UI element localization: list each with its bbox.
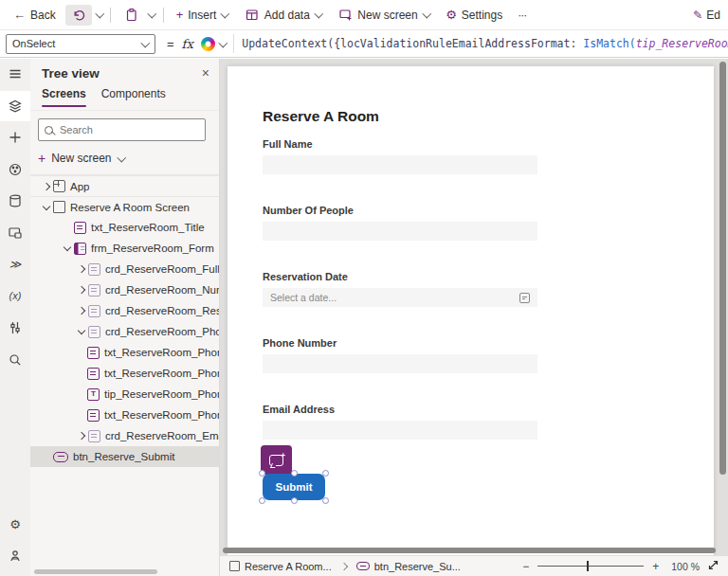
zoom-slider[interactable] (537, 566, 644, 567)
tree-item[interactable]: txt_ReserveRoom_Title (30, 217, 219, 238)
advanced-tools-icon[interactable] (0, 313, 30, 343)
tree-view-icon[interactable] (0, 91, 30, 121)
new-screen-button[interactable]: New screen (332, 5, 436, 26)
paste-button[interactable] (118, 5, 144, 26)
tree-item-label: txt_ReserveRoom_Title (91, 222, 205, 233)
insert-button[interactable]: + Insert (171, 6, 235, 25)
tree-chevron-icon[interactable] (75, 287, 88, 293)
screen-icon (53, 201, 65, 213)
copilot-chevron-icon[interactable] (218, 38, 227, 46)
tree-item[interactable]: T tip_ReserveRoom_PhoneNumber (30, 384, 219, 405)
field-input[interactable] (263, 354, 537, 373)
tree-item[interactable]: crd_ReserveRoom_NumberOfPeople (30, 279, 219, 300)
fit-to-window-icon[interactable] (708, 560, 719, 572)
tree-horizontal-scrollbar[interactable] (34, 569, 157, 574)
tree-item[interactable]: txt_ReserveRoom_PhoneNumber (30, 405, 219, 425)
tree-chevron-icon[interactable] (61, 246, 74, 250)
tree-item-label: crd_ReserveRoom_EmailAddress (105, 430, 219, 441)
tab-screens[interactable]: Screens (42, 87, 86, 110)
search-input[interactable] (58, 123, 199, 136)
field-input[interactable] (263, 222, 537, 241)
tree-item[interactable]: btn_Reserve_Submit (30, 446, 219, 467)
tree-item[interactable]: txt_ReserveRoom_PhoneNumber (30, 363, 219, 384)
breadcrumb-screen[interactable]: Reserve A Room... (229, 561, 332, 572)
tree-chevron-icon[interactable] (40, 184, 53, 189)
top-toolbar: ← Back + Insert Add data New screen ⚙ Se… (0, 0, 728, 30)
tree-item[interactable]: frm_ReserveRoom_Form (30, 238, 219, 259)
app-screen[interactable]: Reserve A Room Full Name Number Of Peopl… (228, 66, 714, 555)
property-selector[interactable]: OnSelect (6, 34, 155, 54)
tree-chevron-icon[interactable] (75, 266, 88, 272)
tree-item[interactable]: txt_ReserveRoom_PhoneNumber (30, 342, 219, 363)
screens-icon[interactable] (0, 218, 30, 248)
add-data-button[interactable]: Add data (239, 5, 329, 26)
tree-search[interactable] (38, 118, 206, 141)
tree-item[interactable]: App (30, 175, 219, 196)
back-arrow-icon: ← (13, 8, 26, 22)
new-screen-chevron-icon (422, 9, 430, 18)
resize-handle[interactable] (291, 497, 298, 504)
undo-button[interactable] (65, 5, 92, 26)
calendar-icon[interactable] (519, 293, 530, 303)
submit-button[interactable]: Submit (263, 474, 325, 500)
field-input[interactable] (263, 155, 537, 174)
edit-button[interactable]: ✎ Ed (693, 9, 720, 22)
zoom-slider-thumb[interactable] (587, 561, 590, 571)
pencil-icon: ✎ (693, 9, 702, 22)
menu-icon[interactable] (0, 59, 30, 89)
resize-handle[interactable] (322, 470, 329, 477)
new-screen-dropdown[interactable]: + New screen (30, 148, 219, 169)
zoom-out-button[interactable]: − (522, 560, 529, 573)
screen-title[interactable]: Reserve A Room (263, 108, 537, 125)
add-comment-button[interactable]: + (261, 445, 292, 475)
variables-icon[interactable]: (x) (0, 281, 30, 312)
add-comment-icon: + (269, 455, 283, 466)
power-automate-icon[interactable]: ≫ (0, 249, 30, 279)
back-button[interactable]: ← Back (8, 5, 62, 25)
resize-handle[interactable] (259, 497, 265, 504)
rail-settings-icon[interactable]: ⚙ (0, 509, 30, 539)
tree-item[interactable]: crd_ReserveRoom_EmailAddress (30, 425, 219, 446)
field-input[interactable] (263, 421, 537, 440)
tree-chevron-icon[interactable] (75, 330, 88, 333)
tree-chevron-icon[interactable] (75, 433, 88, 439)
button-icon (356, 562, 370, 570)
tab-components[interactable]: Components (101, 87, 166, 110)
tree-chevron-icon[interactable] (40, 206, 53, 209)
zoom-in-button[interactable]: + (652, 560, 659, 573)
agent-icon[interactable] (0, 541, 30, 571)
tree-item[interactable]: crd_ReserveRoom_ReservationDate (30, 300, 219, 321)
card-icon (88, 263, 100, 276)
data-icon[interactable] (0, 186, 30, 216)
tree-chevron-icon[interactable] (75, 308, 88, 314)
canvas-vertical-scrollbar[interactable] (719, 62, 726, 475)
search-icon[interactable] (0, 345, 30, 375)
settings-button[interactable]: ⚙ Settings (440, 6, 508, 25)
tree-item-label: txt_ReserveRoom_PhoneNumber (104, 409, 219, 421)
breadcrumb-screen-label: Reserve A Room... (245, 561, 332, 572)
insert-icon[interactable] (0, 122, 30, 153)
resize-handle[interactable] (291, 470, 298, 477)
form-icon (74, 243, 86, 255)
button-icon (53, 452, 68, 462)
field-input[interactable]: Select a date... (263, 288, 537, 307)
tree-item[interactable]: crd_ReserveRoom_PhoneNumber (30, 321, 219, 342)
insert-label: Insert (188, 9, 216, 22)
media-icon[interactable] (0, 154, 30, 185)
resize-handle[interactable] (322, 497, 329, 504)
canvas-horizontal-scrollbar[interactable] (223, 548, 716, 553)
more-commands-button[interactable]: ··· (512, 6, 532, 25)
breadcrumb-control[interactable]: btn_Reserve_Su... (356, 561, 461, 572)
paste-menu-chevron-icon[interactable] (148, 9, 156, 18)
back-label: Back (30, 9, 56, 22)
submit-button-selection: Submit (263, 474, 325, 500)
copilot-icon[interactable] (201, 37, 215, 51)
tree-item[interactable]: crd_ReserveRoom_FullName (30, 259, 219, 279)
form-field: Number Of People (263, 205, 537, 241)
undo-menu-chevron-icon[interactable] (95, 9, 103, 18)
breadcrumb-chevron-icon (339, 562, 347, 569)
close-icon[interactable]: × (202, 65, 209, 81)
tree-item[interactable]: Reserve A Room Screen (30, 196, 219, 217)
formula-input[interactable]: UpdateContext({locValidationRuleEmailAdd… (242, 37, 728, 50)
resize-handle[interactable] (259, 470, 265, 477)
